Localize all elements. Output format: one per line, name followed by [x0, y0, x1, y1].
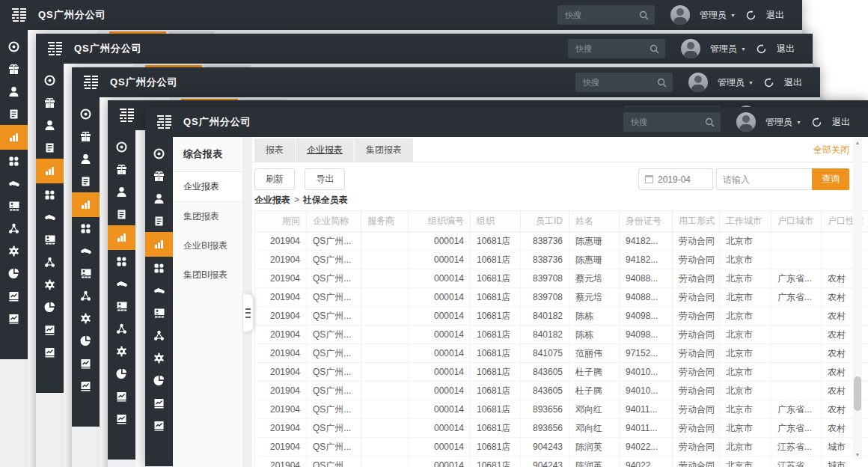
network-icon[interactable]: [108, 317, 135, 340]
report-icon[interactable]: [72, 352, 100, 374]
report-icon[interactable]: [0, 284, 28, 307]
screen-icon[interactable]: [0, 195, 28, 217]
user-menu[interactable]: 管理员 ▼: [710, 43, 746, 55]
vertical-scrollbar[interactable]: ▲ ▼: [853, 138, 862, 460]
user-menu[interactable]: 管理员 ▼: [718, 76, 754, 89]
export-button[interactable]: 导出: [305, 168, 345, 190]
refresh-button[interactable]: 刷新: [254, 168, 295, 190]
document-icon[interactable]: [72, 170, 100, 192]
pie-chart-icon[interactable]: [36, 296, 64, 318]
avatar[interactable]: [688, 73, 708, 92]
table-row[interactable]: 201904QS广州...00001410681店893656邓向红94011.…: [255, 419, 868, 438]
target-icon[interactable]: [72, 103, 100, 125]
gift-icon[interactable]: [72, 125, 100, 147]
user-icon[interactable]: [36, 114, 64, 136]
report-icon[interactable]: [108, 385, 135, 407]
keyword-input[interactable]: [716, 168, 812, 190]
gear-icon[interactable]: [36, 273, 64, 296]
tab-2[interactable]: 企业报表: [296, 138, 354, 162]
table-row[interactable]: 201904QS广州...00001410681店840182陈栋94098..…: [255, 326, 868, 344]
quick-search-box[interactable]: [568, 39, 665, 58]
gear-icon[interactable]: [72, 307, 100, 329]
gear-icon[interactable]: [108, 340, 135, 362]
table-row[interactable]: 201904QS广州...00001410681店839708蔡元培94088.…: [255, 288, 868, 307]
target-icon[interactable]: [0, 35, 28, 58]
refresh-icon[interactable]: [811, 117, 822, 128]
query-button[interactable]: 查询: [812, 168, 849, 190]
close-all-tabs-button[interactable]: 全部关闭: [813, 144, 849, 156]
table-row[interactable]: 201904QS广州...00001410681店843605杜子腾94010.…: [255, 382, 868, 400]
report-icon-2[interactable]: [36, 341, 64, 363]
network-icon[interactable]: [145, 324, 173, 347]
menu-item-3[interactable]: 企业BI报表: [173, 231, 242, 260]
screen-icon[interactable]: [36, 228, 64, 251]
table-row[interactable]: 201904QS广州...00001410681店841075范丽伟97152.…: [255, 344, 868, 363]
avatar[interactable]: [670, 5, 690, 25]
scrollbar-thumb[interactable]: [854, 376, 861, 411]
gear-icon[interactable]: [0, 239, 28, 262]
logout-button[interactable]: 退出: [777, 43, 795, 55]
table-row[interactable]: 201904QS广州...00001410681店904243陈润英94022.…: [255, 457, 868, 467]
gift-icon[interactable]: [36, 91, 64, 114]
user-menu[interactable]: 管理员 ▼: [700, 9, 736, 22]
table-row[interactable]: 201904QS广州...00001410681店838736陈惠珊94182.…: [255, 232, 868, 251]
report-icon-2[interactable]: [145, 414, 173, 436]
logout-button[interactable]: 退出: [766, 9, 784, 22]
quick-search-input[interactable]: [563, 10, 639, 20]
quick-search-input[interactable]: [574, 43, 650, 54]
bar-chart-icon[interactable]: [108, 225, 135, 250]
logout-button[interactable]: 退出: [832, 116, 850, 129]
refresh-icon[interactable]: [763, 77, 774, 88]
user-menu[interactable]: 管理员 ▼: [765, 116, 801, 129]
tab-3[interactable]: 集团报表: [355, 138, 413, 162]
gift-icon[interactable]: [0, 58, 28, 80]
screen-icon[interactable]: [72, 262, 100, 284]
handshake-icon[interactable]: [72, 239, 100, 262]
handshake-icon[interactable]: [145, 279, 173, 302]
document-icon[interactable]: [145, 210, 173, 232]
user-icon[interactable]: [145, 187, 173, 210]
menu-item-4[interactable]: 集团BI报表: [173, 260, 242, 290]
network-icon[interactable]: [72, 284, 100, 307]
quick-search-input[interactable]: [581, 77, 657, 88]
tab-1[interactable]: 报表: [254, 138, 295, 162]
scroll-down-icon[interactable]: ▼: [853, 451, 862, 460]
avatar[interactable]: [681, 39, 700, 58]
handshake-icon[interactable]: [0, 172, 28, 195]
user-icon[interactable]: [108, 180, 135, 203]
bar-chart-icon[interactable]: [72, 192, 100, 217]
target-icon[interactable]: [108, 135, 135, 158]
logout-button[interactable]: 退出: [784, 76, 802, 89]
menu-item-1[interactable]: 企业报表: [173, 172, 242, 202]
report-icon[interactable]: [145, 391, 173, 414]
search-icon[interactable]: [639, 10, 649, 20]
quick-search-box[interactable]: [557, 5, 655, 25]
target-icon[interactable]: [36, 69, 64, 91]
table-row[interactable]: 201904QS广州...00001410681店839708蔡元培94088.…: [255, 269, 868, 288]
user-icon[interactable]: [72, 147, 100, 170]
report-icon-2[interactable]: [0, 307, 28, 329]
refresh-icon[interactable]: [745, 10, 757, 21]
pie-chart-icon[interactable]: [145, 369, 173, 391]
target-icon[interactable]: [145, 142, 173, 165]
menu-collapse-toggle[interactable]: [243, 294, 253, 332]
table-row[interactable]: 201904QS广州...00001410681店838736陈惠珊94182.…: [255, 251, 868, 269]
gift-icon[interactable]: [108, 158, 135, 180]
grid-icon[interactable]: [72, 217, 100, 239]
document-icon[interactable]: [0, 103, 28, 125]
pie-chart-icon[interactable]: [72, 329, 100, 352]
grid-icon[interactable]: [145, 257, 173, 279]
gear-icon[interactable]: [145, 347, 173, 369]
user-icon[interactable]: [0, 80, 28, 103]
menu-group-header[interactable]: 综合报表: [173, 137, 242, 172]
avatar[interactable]: [736, 112, 756, 132]
table-row[interactable]: 201904QS广州...00001410681店840182陈栋94098..…: [255, 307, 868, 326]
table-row[interactable]: 201904QS广州...00001410681店893656邓向红94011.…: [255, 400, 868, 419]
network-icon[interactable]: [0, 217, 28, 239]
document-icon[interactable]: [36, 136, 64, 159]
report-icon[interactable]: [36, 318, 64, 341]
handshake-icon[interactable]: [36, 206, 64, 228]
period-date-picker[interactable]: 2019-04: [638, 168, 713, 190]
grid-icon[interactable]: [36, 183, 64, 206]
screen-icon[interactable]: [145, 302, 173, 324]
